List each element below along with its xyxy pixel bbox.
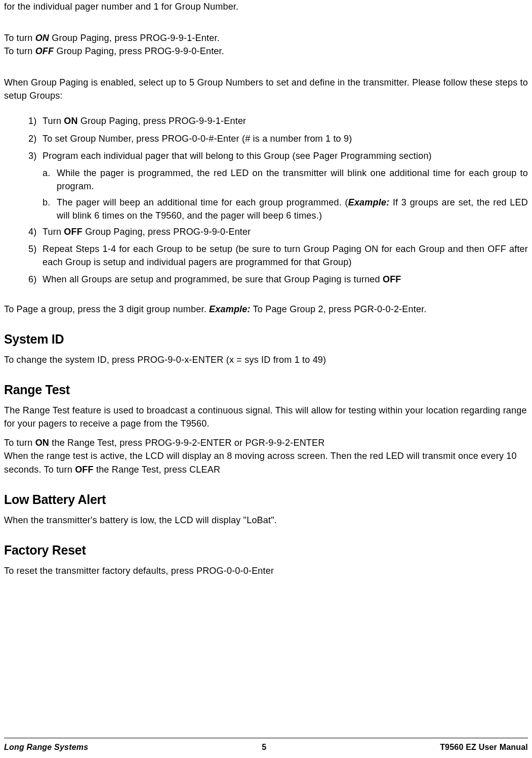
step-num: 6) [28,273,43,286]
step-6: 6) When all Groups are setup and program… [28,273,528,286]
step-text: Turn OFF Group Paging, press PROG-9-9-0-… [43,225,528,238]
low-battery-heading: Low Battery Alert [4,490,528,509]
bold: ON [64,116,77,126]
steps-list: 1) Turn ON Group Paging, press PROG-9-9-… [28,114,528,286]
step-2: 2) To set Group Number, press PROG-0-0-#… [28,132,528,145]
text: To turn [4,46,35,56]
factory-reset-heading: Factory Reset [4,541,528,559]
turn-off-line: To turn OFF Group Paging, press PROG-9-9… [4,45,528,58]
step-1: 1) Turn ON Group Paging, press PROG-9-9-… [28,114,528,128]
text: To Page Group 2, press PGR-0-0-2-Enter. [251,304,427,314]
step-text: When all Groups are setup and programmed… [43,273,528,286]
example-label: Example: [209,304,251,314]
text: Group Paging, press PROG-9-9-1-Enter [78,116,247,126]
bold: OFF [383,274,401,284]
substep-a: a. While the pager is programmed, the re… [43,166,528,193]
text: the Range Test, press PROG-9-9-2-ENTER o… [49,438,324,448]
range-test-p1: The Range Test feature is used to broadc… [4,404,528,430]
off-bold: OFF [35,46,54,56]
text: When all Groups are setup and programmed… [43,274,383,284]
step-num: 1) [28,114,43,128]
sub-text: The pager will beep an additional time f… [57,196,528,222]
footer-manual-title: T9560 EZ User Manual [440,741,528,753]
text: Turn [43,227,64,237]
factory-reset-body: To reset the transmitter factory default… [4,564,528,577]
step-5: 5) Repeat Steps 1-4 for each Group to be… [28,242,528,269]
footer-page-number: 5 [262,741,266,753]
text: Group Paging, press PROG-9-9-0-Enter [83,227,251,237]
text: To turn [4,438,35,448]
range-test-p3: When the range test is active, the LCD w… [4,449,528,476]
turn-on-line: To turn ON Group Paging, press PROG-9-9-… [4,31,528,45]
step-num: 4) [28,225,43,238]
intro-fragment: for the individual pager number and 1 fo… [4,0,528,13]
text: Turn [43,116,64,126]
substeps: a. While the pager is programmed, the re… [43,166,528,222]
bold: ON [35,438,49,448]
text: the Range Test, press CLEAR [94,465,220,475]
footer-company: Long Range Systems [4,741,88,753]
system-id-heading: System ID [4,330,528,348]
bold: OFF [75,465,94,475]
system-id-body: To change the system ID, press PROG-9-0-… [4,353,528,366]
step-num: 5) [28,242,43,269]
on-bold: ON [35,33,49,43]
page-footer: Long Range Systems 5 T9560 EZ User Manua… [4,738,528,753]
step-text: Program each individual pager that will … [43,149,528,162]
enabled-paragraph: When Group Paging is enabled, select up … [4,76,528,102]
step-text: Repeat Steps 1-4 for each Group to be se… [43,242,528,269]
step-4: 4) Turn OFF Group Paging, press PROG-9-9… [28,225,528,238]
step-text: To set Group Number, press PROG-0-0-#-En… [43,132,528,145]
text: Group Paging, press PROG-9-9-0-Enter. [54,46,224,56]
range-test-heading: Range Test [4,381,528,399]
sub-num: a. [43,166,57,193]
text: To Page a group, press the 3 digit group… [4,304,209,314]
step-num: 2) [28,132,43,145]
bold: OFF [64,227,83,237]
step-text: Turn ON Group Paging, press PROG-9-9-1-E… [43,114,528,128]
text: The pager will beep an additional time f… [57,197,348,207]
text: To turn [4,33,35,43]
step-3: 3) Program each individual pager that wi… [28,149,528,162]
page-group-line: To Page a group, press the 3 digit group… [4,303,528,316]
sub-text: While the pager is programmed, the red L… [57,166,528,193]
step-num: 3) [28,149,43,162]
substep-b: b. The pager will beep an additional tim… [43,196,528,222]
example-label: Example: [348,197,390,207]
text: Group Paging, press PROG-9-9-1-Enter. [49,33,220,43]
range-test-p2: To turn ON the Range Test, press PROG-9-… [4,436,528,449]
sub-num: b. [43,196,57,222]
low-battery-body: When the transmitter's battery is low, t… [4,514,528,527]
page-content: for the individual pager number and 1 fo… [4,0,528,577]
